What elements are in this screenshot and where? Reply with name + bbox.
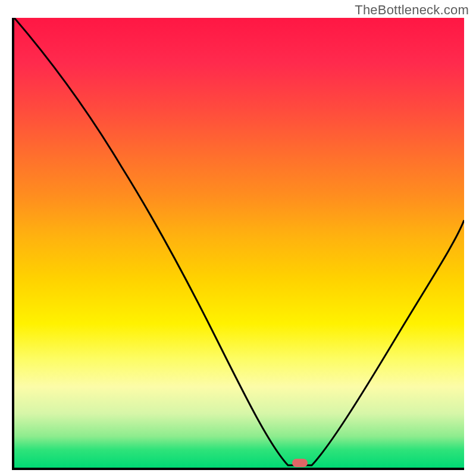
plot-area <box>12 18 464 470</box>
chart-container: TheBottleneck.com <box>0 0 476 476</box>
watermark-text: TheBottleneck.com <box>355 2 469 18</box>
bottleneck-curve <box>14 18 464 468</box>
curve-path <box>14 18 464 465</box>
optimum-marker <box>292 459 308 467</box>
